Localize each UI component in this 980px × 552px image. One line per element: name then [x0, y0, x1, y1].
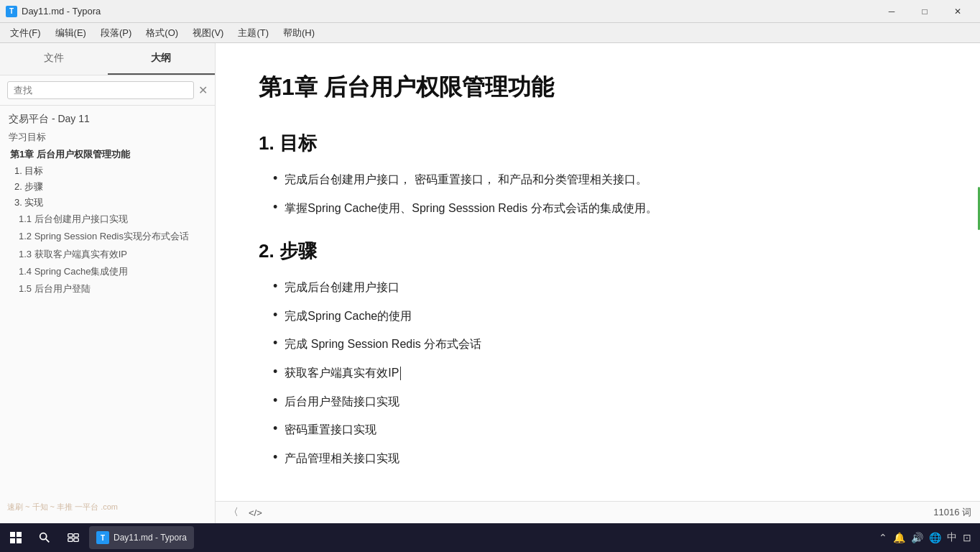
taskbar-app-label: Day11.md - Typora: [114, 533, 187, 543]
svg-line-5: [46, 539, 50, 543]
taskbar-app-icon: T: [96, 531, 109, 544]
maximize-button[interactable]: □: [908, 0, 941, 23]
svg-rect-9: [74, 538, 78, 542]
outline-section-1-3[interactable]: 1.3 获取客户端真实有效IP: [0, 246, 215, 263]
sidebar: 文件 大纲 ✕ 交易平台 - Day 11 学习目标 第1章 后台用户权限管理功…: [0, 43, 216, 523]
start-button[interactable]: [3, 525, 29, 551]
bullet-text-1-1: 完成后台创建用户接口， 密码重置接口， 和产品和分类管理相关接口。: [285, 170, 647, 189]
bullet-text-2-5: 后台用户登陆接口实现: [285, 392, 399, 411]
bullet-item: • 后台用户登陆接口实现: [273, 392, 937, 411]
taskbar: T Day11.md - Typora ⌃ 🔔 🔊 🌐 中 ⊡: [0, 523, 980, 552]
bullet-dot: •: [273, 172, 277, 185]
word-count: 11016 词: [933, 506, 971, 519]
bullet-text-2-3: 完成 Spring Session Redis 分布式会话: [285, 335, 481, 354]
tab-file[interactable]: 文件: [0, 43, 108, 75]
bottom-navigation: 〈 </>: [224, 505, 262, 520]
titlebar: T Day11.md - Typora ─ □ ✕: [0, 0, 980, 23]
taskbar-up-icon[interactable]: ⌃: [879, 532, 887, 543]
svg-rect-3: [17, 538, 22, 543]
menu-view[interactable]: 视图(V): [185, 25, 231, 41]
svg-point-4: [40, 533, 47, 540]
nav-tag-label: </>: [249, 507, 262, 518]
outline-section-1-5[interactable]: 1.5 后台用户登陆: [0, 280, 215, 298]
search-clear-icon[interactable]: ✕: [198, 85, 208, 96]
bullet-text-2-1: 完成后台创建用户接口: [285, 278, 399, 297]
menu-paragraph[interactable]: 段落(P): [93, 25, 139, 41]
bullet-dot: •: [273, 394, 277, 407]
doc-heading-1: 第1章 后台用户权限管理功能: [259, 72, 937, 109]
outline-section-1-4[interactable]: 1.4 Spring Cache集成使用: [0, 263, 215, 280]
close-button[interactable]: ✕: [941, 0, 974, 23]
tab-outline[interactable]: 大纲: [108, 43, 216, 75]
outline-section-1[interactable]: 1. 目标: [0, 163, 215, 179]
menubar: 文件(F) 编辑(E) 段落(P) 格式(O) 视图(V) 主题(T) 帮助(H…: [0, 23, 980, 43]
taskbar-search-button[interactable]: [32, 525, 57, 551]
bullet-item: • 完成 Spring Session Redis 分布式会话: [273, 335, 937, 354]
outline-section-1-2[interactable]: 1.2 Spring Session Redis实现分布式会话: [0, 228, 215, 245]
bullet-item: • 完成后台创建用户接口: [273, 278, 937, 297]
doc-heading-section-1: 1. 目标: [259, 131, 937, 156]
doc-heading-section-2: 2. 步骤: [259, 239, 937, 264]
outline-section-2[interactable]: 2. 步骤: [0, 179, 215, 195]
bullet-dot: •: [273, 280, 277, 293]
svg-rect-2: [10, 538, 15, 543]
outline-tree: 交易平台 - Day 11 学习目标 第1章 后台用户权限管理功能 1. 目标 …: [0, 106, 215, 523]
bullet-item: • 完成后台创建用户接口， 密码重置接口， 和产品和分类管理相关接口。: [273, 170, 937, 189]
bullet-item: • 密码重置接口实现: [273, 420, 937, 439]
content-bottom-bar: 〈 </> 11016 词: [216, 501, 980, 523]
search-input[interactable]: [7, 81, 194, 99]
app-icon: T: [6, 6, 17, 17]
document-scroll[interactable]: 第1章 后台用户权限管理功能 1. 目标 • 完成后台创建用户接口， 密码重置接…: [216, 43, 980, 501]
taskbar-layout-icon[interactable]: ⊡: [963, 532, 971, 543]
window-title: Day11.md - Typora: [22, 6, 101, 17]
svg-rect-7: [74, 534, 78, 538]
menu-format[interactable]: 格式(O): [139, 25, 185, 41]
outline-learning-goal[interactable]: 学习目标: [0, 129, 215, 146]
nav-left-button[interactable]: 〈: [224, 505, 243, 520]
bullet-dot: •: [273, 336, 277, 349]
bullet-text-2-2: 完成Spring Cache的使用: [285, 307, 412, 326]
bullet-dot: •: [273, 365, 277, 378]
bullet-item: • 完成Spring Cache的使用: [273, 307, 937, 326]
menu-file[interactable]: 文件(F): [3, 25, 48, 41]
menu-theme[interactable]: 主题(T): [231, 25, 276, 41]
minimize-button[interactable]: ─: [875, 0, 908, 23]
svg-rect-8: [68, 538, 73, 542]
bullet-text-2-7: 产品管理相关接口实现: [285, 449, 399, 468]
bullet-dot: •: [273, 201, 277, 213]
taskbar-right: ⌃ 🔔 🔊 🌐 中 ⊡: [879, 531, 977, 544]
outline-section-3[interactable]: 3. 实现: [0, 195, 215, 211]
taskbar-volume-icon[interactable]: 🔊: [911, 532, 923, 543]
text-cursor: [400, 367, 401, 380]
bullet-dot: •: [273, 422, 277, 435]
main-area: 文件 大纲 ✕ 交易平台 - Day 11 学习目标 第1章 后台用户权限管理功…: [0, 43, 980, 523]
bullet-dot: •: [273, 308, 277, 321]
outline-chapter1[interactable]: 第1章 后台用户权限管理功能: [0, 146, 215, 163]
menu-help[interactable]: 帮助(H): [276, 25, 322, 41]
outline-section-1-1[interactable]: 1.1 后台创建用户接口实现: [0, 211, 215, 228]
bullet-text-2-6: 密码重置接口实现: [285, 420, 376, 439]
svg-rect-0: [10, 532, 15, 537]
taskbar-notification-icon[interactable]: 🔔: [893, 532, 905, 543]
search-bar: ✕: [0, 75, 215, 106]
outline-root[interactable]: 交易平台 - Day 11: [0, 110, 215, 129]
taskbar-network-icon[interactable]: 🌐: [929, 532, 941, 543]
svg-rect-6: [68, 534, 73, 538]
titlebar-left: T Day11.md - Typora: [6, 6, 101, 17]
bullet-item: • 获取客户端真实有效IP: [273, 364, 937, 382]
content-area: 第1章 后台用户权限管理功能 1. 目标 • 完成后台创建用户接口， 密码重置接…: [216, 43, 980, 523]
taskbar-task-view[interactable]: [60, 525, 86, 551]
bullet-text-2-4: 获取客户端真实有效IP: [285, 364, 401, 382]
bullet-item: • 掌握Spring Cache使用、Spring Sesssion Redis…: [273, 199, 937, 218]
sidebar-tabs: 文件 大纲: [0, 43, 215, 75]
taskbar-typora-app[interactable]: T Day11.md - Typora: [89, 526, 194, 549]
bullet-dot: •: [273, 451, 277, 464]
bullet-text-1-2: 掌握Spring Cache使用、Spring Sesssion Redis 分…: [285, 199, 657, 218]
svg-rect-1: [17, 532, 22, 537]
menu-edit[interactable]: 编辑(E): [48, 25, 93, 41]
bullet-item: • 产品管理相关接口实现: [273, 449, 937, 468]
taskbar-keyboard-icon[interactable]: 中: [947, 531, 957, 544]
titlebar-controls: ─ □ ✕: [875, 0, 974, 23]
